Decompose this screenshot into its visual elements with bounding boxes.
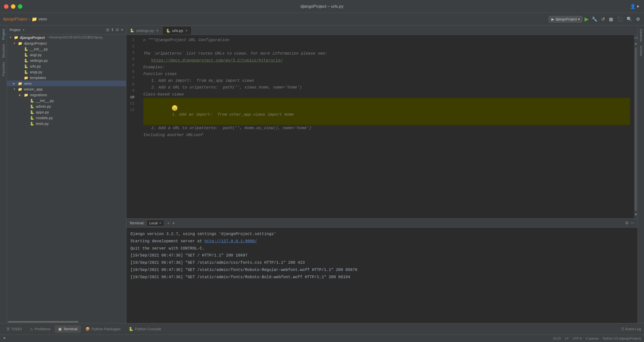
status-bar: ⚑ 10:15 LF UTF-8 4 spaces Python 3.9 (dj… [0, 334, 644, 342]
tree-item-root[interactable]: ▼ 📁 djangoProject ~/Desktop/2021年08月23日测… [7, 34, 126, 40]
python-console-label: Python Console [135, 327, 161, 331]
code-link-4[interactable]: https://docs.djangoproject.com/en/3.2/to… [151, 58, 283, 63]
status-encoding[interactable]: UTF-8 [572, 336, 582, 340]
sidebar-icon-favorites[interactable]: Favorites [1, 60, 6, 78]
tree-item-init[interactable]: 🐍 __init__.py [7, 46, 126, 52]
tab-settings-icon: 🐍 [130, 29, 134, 32]
toolbar-right: ▶ djangoProject ▾ ▶ 🔧 ↺ ▦ ⬛ 🔍 ⚙ [549, 16, 641, 23]
terminal-minimize-button[interactable]: — [630, 221, 634, 225]
line-num-2: 2 [126, 43, 137, 50]
tree-item-migrations[interactable]: ▶ 📁 migrations [7, 92, 126, 98]
panel-close-button[interactable]: ✕ [120, 28, 124, 32]
lightbulb-indicator[interactable]: 💡 [172, 105, 178, 111]
tree-item-settings[interactable]: 🐍 settings.py [7, 58, 126, 63]
search-button[interactable]: 🔍 [626, 16, 633, 23]
build-button[interactable]: 🔧 [591, 16, 598, 23]
bottom-tab-problems[interactable]: ⚠ Problems [26, 325, 54, 333]
tree-item-asgi[interactable]: 🐍 asgi.py [7, 52, 126, 58]
tree-label-weixin-app: weixin_app [24, 87, 42, 91]
tab-urls-close[interactable]: ✕ [185, 29, 188, 32]
scroll-to-top-button[interactable]: ⬆ [111, 28, 114, 32]
tree-item-wsgi[interactable]: 🐍 wsgi.py [7, 69, 126, 75]
tab-settings[interactable]: 🐍 settings.py ✕ [126, 26, 162, 35]
file-tree-panel: Project ▾ ⊞ ⬆ ⚙ ✕ ▼ 📁 djangoProject ~/De… [7, 26, 126, 323]
terminal-settings-button[interactable]: ⚙ [625, 221, 628, 225]
maximize-button[interactable] [18, 4, 22, 9]
line-num-5: 5 [126, 62, 137, 69]
folder-icon-migrations: 📁 [24, 93, 28, 97]
reload-button[interactable]: ↺ [600, 16, 606, 23]
bottom-tab-python-packages[interactable]: 📦 Python Packages [82, 325, 124, 333]
minimize-button[interactable] [11, 4, 16, 9]
tree-item-tests[interactable]: 🐍 tests.py [7, 121, 126, 126]
scroll-down-icon[interactable]: ▼ [635, 212, 637, 217]
close-button[interactable] [4, 4, 8, 9]
tab-settings-close[interactable]: ✕ [156, 29, 159, 32]
folder-icon-templates: 📁 [24, 76, 28, 80]
right-icon-sciview[interactable]: SciView [639, 44, 643, 58]
settings-button[interactable]: ⚙ [635, 16, 641, 23]
terminal-add-button[interactable]: ＋ [166, 220, 171, 226]
status-lf[interactable]: LF [565, 336, 568, 340]
scroll-up-icon[interactable]: ▲ [635, 41, 637, 46]
tab-urls[interactable]: 🐍 urls.py ✕ [162, 26, 192, 35]
terminal-content[interactable]: Django version 3.2.7, using settings 'dj… [126, 228, 638, 323]
right-icon-database[interactable]: Database [639, 28, 643, 43]
tree-item-init2[interactable]: 🐍 __init__.py [7, 98, 126, 103]
panel-settings-button[interactable]: ⚙ [116, 28, 119, 32]
bottom-tab-todo[interactable]: ☰ TODO [3, 325, 26, 333]
tree-item-urls[interactable]: 🐍 urls.py [7, 63, 126, 69]
code-line-10: 💡 1. Add an import: from other_app.views… [143, 98, 630, 125]
coverage-button[interactable]: ▦ [608, 16, 614, 23]
event-log-button[interactable]: 🗒 Event Log [621, 327, 641, 331]
sidebar-icon-structure[interactable]: Structure [1, 42, 6, 60]
collapse-all-button[interactable]: ⊞ [106, 28, 109, 32]
terminal-tab-local[interactable]: Local ✕ [146, 220, 164, 226]
tree-label-migrations: migrations [30, 93, 47, 97]
breadcrumb-project[interactable]: djangoProject [3, 17, 27, 22]
tree-item-templates[interactable]: 📁 templates [7, 75, 126, 81]
status-python[interactable]: Python 3.9 (djangoProject) [603, 336, 641, 340]
run-config-selector[interactable]: ▶ djangoProject ▾ [549, 16, 582, 23]
status-spaces[interactable]: 4 spaces [586, 336, 599, 340]
panel-dropdown-icon[interactable]: ▾ [23, 28, 24, 32]
tab-urls-label: urls.py [172, 29, 183, 33]
terminal-line-6: [19/Sep/2021 06:47:36] "GET /static/admi… [130, 266, 634, 274]
tree-arrow-weixin-app: ▼ [13, 87, 17, 91]
tree-item-djangoproject[interactable]: ▼ 📁 djangoProject [7, 40, 126, 46]
tree-item-admin[interactable]: 🐍 admin.py [7, 103, 126, 109]
terminal-header: Terminal: Local ✕ ＋ ▾ ⚙ — [126, 219, 638, 228]
tree-item-models[interactable]: 🐍 models.py [7, 115, 126, 121]
editor-scrollbar[interactable]: ⬡1 ▲ ▼ [634, 35, 638, 218]
bottom-tab-terminal[interactable]: ▣ Terminal [55, 325, 81, 333]
status-right: 10:15 LF UTF-8 4 spaces Python 3.9 (djan… [553, 336, 641, 340]
terminal-link-server[interactable]: http://127.0.0.1:9000/ [204, 239, 257, 244]
tree-label-models: models.py [36, 116, 53, 120]
terminal-dropdown-icon[interactable]: ▾ [173, 221, 174, 225]
tree-label-settings: settings.py [30, 58, 48, 63]
editor-tabs: 🐍 settings.py ✕ 🐍 urls.py ✕ [126, 26, 638, 35]
titlebar-right: 👤 ▾ [629, 3, 640, 10]
tree-item-apps[interactable]: 🐍 apps.py [7, 109, 126, 115]
scrollbar-thumb[interactable] [635, 47, 637, 211]
tree-item-venv[interactable]: ▶ 📁 venv [7, 81, 126, 86]
sidebar-icon-project[interactable]: Project [1, 28, 6, 41]
editor-area: 🐍 settings.py ✕ 🐍 urls.py ✕ 1 2 3 4 5 [126, 26, 638, 218]
tab-settings-label: settings.py [136, 29, 154, 33]
terminal-line-2: Starting development server at http://12… [130, 238, 634, 245]
run-button[interactable]: ▶ [584, 16, 589, 23]
code-line-2 [143, 44, 630, 50]
git-branch-icon[interactable]: ⚑ [3, 336, 6, 340]
user-icon[interactable]: 👤 ▾ [629, 3, 640, 10]
tree-arrow-venv: ▶ [13, 82, 17, 85]
line-num-10: 10 [126, 94, 137, 101]
tree-label-venv: venv [24, 81, 32, 86]
tree-item-weixin-app[interactable]: ▼ 📁 weixin_app [7, 86, 126, 92]
package-icon-weixin: 📁 [18, 87, 22, 91]
code-area[interactable]: ▷ """djangoProject URL Configuration The… [139, 35, 634, 218]
terminal-tab-close[interactable]: ✕ [159, 221, 162, 225]
stop-button[interactable]: ⬛ [616, 16, 624, 23]
bottom-tab-python-console[interactable]: 🐍 Python Console [125, 325, 165, 333]
line-num-11: 11 [126, 100, 137, 107]
run-config-label: djangoProject [556, 17, 577, 21]
